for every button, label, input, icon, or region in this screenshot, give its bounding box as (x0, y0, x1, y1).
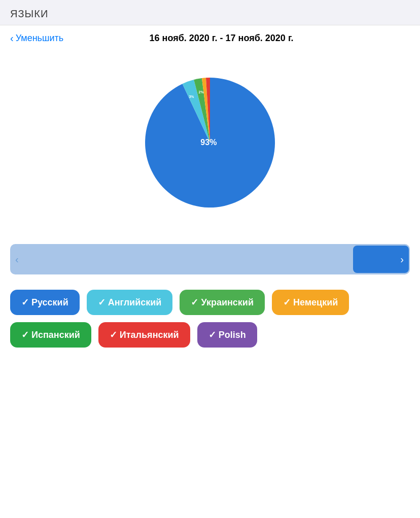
tag-italian-label: ✓ Итальянский (110, 329, 179, 340)
header: ЯЗЫКИ (0, 0, 420, 25)
tag-german[interactable]: ✓ Немецкий (272, 290, 349, 315)
tag-italian[interactable]: ✓ Итальянский (98, 322, 190, 348)
tag-russian-label: ✓ Русский (21, 297, 68, 308)
page-title: ЯЗЫКИ (10, 8, 48, 19)
back-label: Уменьшить (16, 33, 63, 44)
main-percent-label: 93% (200, 138, 217, 147)
tag-english-label: ✓ Английский (98, 297, 162, 308)
chevron-left-icon: ‹ (10, 32, 14, 44)
tags-container: ✓ Русский ✓ Английский ✓ Украинский ✓ Не… (0, 285, 420, 363)
tag-ukrainian[interactable]: ✓ Украинский (180, 290, 265, 315)
tag-spanish[interactable]: ✓ Испанский (10, 322, 91, 348)
scrollbar-container[interactable]: ‹ › (10, 244, 410, 274)
pie-chart: 93% 3% 2% (129, 61, 291, 224)
back-button[interactable]: ‹ Уменьшить (10, 32, 63, 44)
scroll-left-arrow[interactable]: ‹ (15, 254, 19, 265)
tag-german-label: ✓ Немецкий (283, 297, 338, 308)
tag-polish-label: ✓ Polish (208, 329, 246, 340)
scroll-right-arrow[interactable]: › (400, 254, 404, 265)
date-range: 16 нояб. 2020 г. - 17 нояб. 2020 г. (74, 33, 369, 44)
tag-russian[interactable]: ✓ Русский (10, 290, 80, 315)
tag-spanish-label: ✓ Испанский (21, 329, 80, 340)
nav-row: ‹ Уменьшить 16 нояб. 2020 г. - 17 нояб. … (0, 25, 420, 51)
tag-ukrainian-label: ✓ Украинский (191, 297, 254, 308)
pct-label-2: 2% (199, 90, 204, 94)
tag-polish[interactable]: ✓ Polish (197, 322, 257, 348)
pct-label-3: 3% (189, 95, 194, 98)
chart-container: 93% 3% 2% (0, 51, 420, 244)
scrollbar-thumb[interactable]: › (353, 246, 409, 273)
tag-english[interactable]: ✓ Английский (87, 290, 173, 315)
